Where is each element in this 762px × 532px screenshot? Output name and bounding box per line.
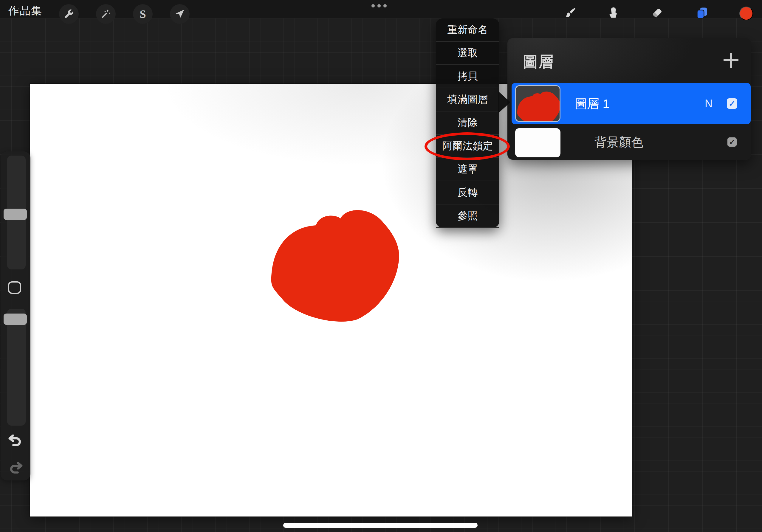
paint-brush-icon xyxy=(564,6,577,19)
modify-button[interactable] xyxy=(8,281,21,294)
layer1-thumbnail-artwork xyxy=(517,89,561,122)
magic-wand-icon xyxy=(101,9,111,19)
actions-button[interactable] xyxy=(59,4,79,24)
eraser-tool-button[interactable] xyxy=(650,6,664,20)
layer-row-layer1[interactable]: 圖層 1 N ✓ xyxy=(511,83,751,124)
top-toolbar: 作品集 S xyxy=(0,0,762,19)
menu-item-mask[interactable]: 遮罩 xyxy=(436,158,499,181)
add-layer-button[interactable] xyxy=(722,51,740,69)
layers-panel-header: 圖層 xyxy=(507,38,751,83)
layer1-visibility-checkbox[interactable]: ✓ xyxy=(727,98,737,109)
redo-button[interactable] xyxy=(1,461,31,475)
transform-arrow-icon xyxy=(174,9,185,19)
layers-panel: 圖層 圖層 1 N ✓ 背景顏色 ✓ xyxy=(507,38,751,160)
transform-button[interactable] xyxy=(170,4,190,24)
menu-item-copy[interactable]: 拷貝 xyxy=(436,65,499,88)
background-visibility-checkbox[interactable]: ✓ xyxy=(727,137,737,147)
layers-panel-title: 圖層 xyxy=(523,52,554,72)
selection-button[interactable]: S xyxy=(133,4,153,24)
layer-row-background-color[interactable]: 背景顏色 ✓ xyxy=(511,124,751,160)
background-color-thumbnail[interactable] xyxy=(515,128,561,157)
gallery-button[interactable]: 作品集 xyxy=(8,4,42,18)
layer-context-menu: 重新命名 選取 拷貝 填滿圖層 清除 阿爾法鎖定 遮罩 反轉 參照 xyxy=(436,19,499,228)
canvas-overflow-dots[interactable] xyxy=(371,4,387,7)
layer1-name: 圖層 1 xyxy=(575,95,609,112)
layer1-blend-mode-badge[interactable]: N xyxy=(705,98,713,110)
layers-button[interactable] xyxy=(695,6,709,20)
active-color-button[interactable] xyxy=(739,7,753,20)
brush-opacity-slider[interactable] xyxy=(7,309,26,425)
menu-item-select[interactable]: 選取 xyxy=(436,42,499,65)
menu-item-fill-layer[interactable]: 填滿圖層 xyxy=(436,88,499,112)
tomato-artwork xyxy=(271,209,406,328)
paint-tool-button[interactable] xyxy=(564,6,577,20)
alpha-lock-annotation-circle xyxy=(424,132,510,160)
selection-icon: S xyxy=(139,7,146,21)
menu-item-invert[interactable]: 反轉 xyxy=(436,181,499,204)
sidebar-controls xyxy=(1,151,31,481)
procreate-app: 圖層 圖層 1 N ✓ 背景顏色 ✓ 重新命名 選取 拷貝 填滿圖層 清 xyxy=(0,0,762,532)
home-indicator[interactable] xyxy=(283,523,478,528)
layer1-thumbnail[interactable] xyxy=(515,85,561,122)
background-color-name: 背景顏色 xyxy=(594,134,643,150)
smudge-tool-button[interactable] xyxy=(606,6,620,20)
brush-opacity-handle[interactable] xyxy=(4,314,27,325)
plus-icon xyxy=(722,51,740,69)
smudge-icon xyxy=(606,6,619,19)
redo-icon xyxy=(8,461,23,475)
wrench-icon xyxy=(63,9,74,19)
brush-size-handle[interactable] xyxy=(4,209,27,220)
menu-item-rename[interactable]: 重新命名 xyxy=(436,19,499,42)
menu-item-clear[interactable]: 清除 xyxy=(436,112,499,135)
undo-icon xyxy=(8,434,23,448)
eraser-icon xyxy=(650,6,664,19)
adjustments-button[interactable] xyxy=(96,4,116,24)
menu-item-reference[interactable]: 參照 xyxy=(436,204,499,228)
undo-button[interactable] xyxy=(1,434,31,448)
layers-icon xyxy=(695,6,708,19)
